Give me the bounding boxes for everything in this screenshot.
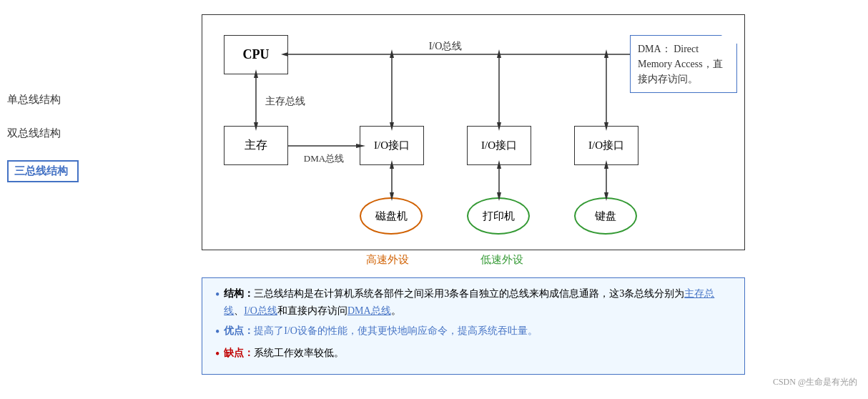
io-box-2: I/O接口 — [467, 126, 531, 165]
io-box-3: I/O接口 — [574, 126, 638, 165]
structure-text-1: 三总线结构是在计算机系统各部件之间采用3条各自独立的总线来构成信息通路，这3条总… — [254, 288, 684, 299]
end-text: 。 — [391, 305, 401, 316]
speed-labels-row: 高速外设 低速外设 — [202, 250, 745, 270]
info-item-structure: • 结构：三总线结构是在计算机系统各部件之间采用3条各自独立的总线来构成信息通路… — [215, 285, 731, 320]
svg-text:主存总线: 主存总线 — [265, 96, 305, 107]
info-advantage-text: 优点：提高了I/O设备的性能，使其更快地响应命令，提高系统吞吐量。 — [224, 322, 538, 340]
sep1: 、 — [234, 305, 244, 316]
sidebar-item-double-bus[interactable]: 双总线结构 — [7, 127, 79, 140]
advantage-label: 优点： — [224, 325, 254, 336]
dma-tooltip: DMA： Direct Memory Access，直接内存访问。 — [630, 35, 737, 93]
svg-text:I/O总线: I/O总线 — [429, 41, 463, 51]
io-box-1: I/O接口 — [360, 126, 424, 165]
info-structure-text: 结构：三总线结构是在计算机系统各部件之间采用3条各自独立的总线来构成信息通路，这… — [224, 285, 731, 320]
device3-label: 键盘 — [595, 210, 616, 223]
svg-marker-10 — [390, 49, 394, 58]
disadvantage-label: 缺点： — [224, 348, 254, 358]
info-item-disadvantage: • 缺点：系统工作效率较低。 — [215, 345, 731, 364]
cpu-label: CPU — [243, 47, 270, 62]
io1-label: I/O接口 — [374, 139, 410, 152]
info-section: • 结构：三总线结构是在计算机系统各部件之间采用3条各自独立的总线来构成信息通路… — [202, 277, 745, 375]
bullet-2-icon: • — [215, 322, 220, 342]
device-oval-1: 磁盘机 — [360, 197, 423, 235]
device2-label: 打印机 — [483, 210, 515, 223]
svg-marker-13 — [497, 49, 501, 58]
io3-label: I/O接口 — [588, 139, 624, 152]
sidebar-item-triple-bus[interactable]: 三总线结构 — [7, 160, 79, 182]
bullet-1-icon: • — [215, 285, 220, 305]
info-disadvantage-text: 缺点：系统工作效率较低。 — [224, 345, 344, 362]
diagram-area: CPU 主存 I/O接口 I/O接口 I/O接口 磁盘机 — [79, 7, 868, 392]
high-speed-label: 高速外设 — [366, 253, 409, 267]
bullet-3-icon: • — [215, 345, 220, 364]
diagram-wrapper: CPU 主存 I/O接口 I/O接口 I/O接口 磁盘机 — [202, 14, 745, 270]
cpu-box: CPU — [224, 35, 288, 74]
credit-text: CSDN @生命是有光的 — [773, 376, 857, 388]
low-speed-label: 低速外设 — [480, 253, 523, 267]
structure-label: 结构： — [224, 288, 254, 299]
dma-bus-text: DMA总线 — [347, 305, 391, 316]
sidebar-item-single-bus[interactable]: 单总线结构 — [7, 93, 79, 107]
device-oval-3: 键盘 — [574, 197, 637, 235]
svg-text:DMA总线: DMA总线 — [304, 153, 344, 164]
mem-box: 主存 — [224, 126, 288, 165]
mem-label: 主存 — [245, 138, 267, 153]
device1-label: 磁盘机 — [375, 210, 408, 223]
diagram-box: CPU 主存 I/O接口 I/O接口 I/O接口 磁盘机 — [202, 14, 745, 250]
disadvantage-text: 系统工作效率较低。 — [254, 348, 344, 358]
io2-label: I/O接口 — [481, 139, 517, 152]
io-bus-text: I/O总线 — [244, 305, 277, 316]
dma-tooltip-text: DMA： Direct Memory Access，直接内存访问。 — [638, 44, 723, 84]
sep2: 和直接内存访问 — [277, 305, 347, 316]
device-oval-2: 打印机 — [467, 197, 530, 235]
sidebar: 单总线结构 双总线结构 三总线结构 — [0, 7, 79, 392]
advantage-text: 提高了I/O设备的性能，使其更快地响应命令，提高系统吞吐量。 — [254, 325, 538, 336]
info-list: • 结构：三总线结构是在计算机系统各部件之间采用3条各自独立的总线来构成信息通路… — [215, 285, 731, 364]
info-item-advantage: • 优点：提高了I/O设备的性能，使其更快地响应命令，提高系统吞吐量。 — [215, 322, 731, 342]
main-container: 单总线结构 双总线结构 三总线结构 CPU 主存 I/O接口 — [0, 0, 868, 399]
svg-marker-16 — [604, 49, 608, 58]
